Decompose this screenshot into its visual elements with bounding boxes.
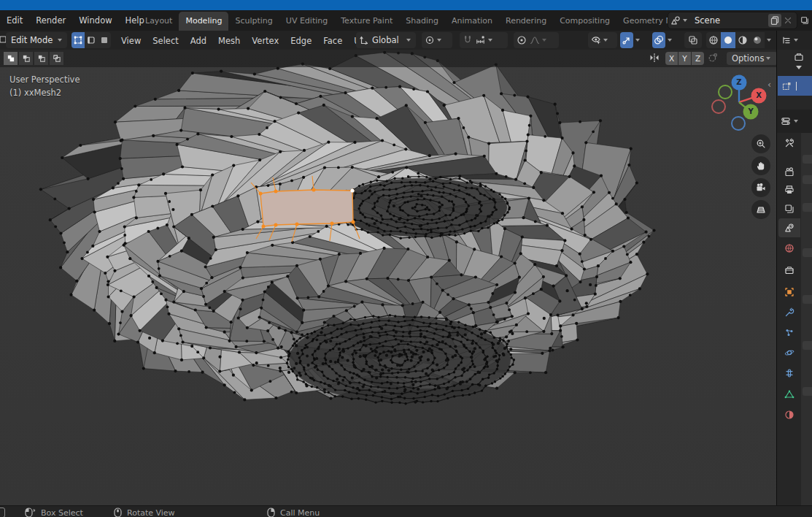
- chevron-down-icon: [58, 39, 62, 42]
- shading-wireframe-button[interactable]: [706, 32, 721, 48]
- viewport-menu-edge[interactable]: Edge: [285, 31, 317, 50]
- falloff-curve-icon[interactable]: [530, 35, 540, 45]
- navigation-gizmo[interactable]: ZXY: [703, 70, 776, 137]
- pan-hand-button[interactable]: [751, 156, 770, 175]
- scene-selector[interactable]: Scene: [668, 12, 797, 29]
- workspace-tab-animation[interactable]: Animation: [445, 12, 499, 31]
- particle-properties-tab[interactable]: [778, 323, 800, 342]
- scene-name[interactable]: Scene: [689, 15, 768, 26]
- shading-solid-button[interactable]: [721, 32, 735, 48]
- workspace-tab-rendering[interactable]: Rendering: [499, 12, 553, 31]
- modifier-properties-tab[interactable]: [778, 303, 800, 322]
- workspace-tab-shading[interactable]: Shading: [399, 12, 445, 31]
- filter-icon[interactable]: [781, 35, 792, 45]
- select-extend-button[interactable]: [19, 52, 33, 65]
- gizmos-toggle-icon[interactable]: [620, 32, 633, 48]
- viewport-3d[interactable]: XYZ Options User Perspective (1) xxMesh2…: [0, 50, 777, 505]
- show-object-types-dropdown[interactable]: [588, 32, 617, 48]
- disclosure-triangle-icon[interactable]: [796, 66, 802, 69]
- outliner[interactable]: [777, 50, 812, 110]
- view-layer-properties-tab[interactable]: [778, 199, 800, 218]
- statusbar-label: Box Select: [41, 508, 83, 517]
- select-invert-button[interactable]: [50, 52, 63, 65]
- collection-properties-tab[interactable]: [778, 261, 800, 280]
- xray-toggle[interactable]: [684, 32, 702, 48]
- editor-type-icon[interactable]: [0, 34, 6, 45]
- workspace-tab-sculpting[interactable]: Sculpting: [228, 12, 279, 31]
- chevron-down-icon: [542, 39, 546, 42]
- workspace-tab-modeling[interactable]: Modeling: [179, 12, 228, 31]
- overlays-toggle-icon[interactable]: [652, 32, 665, 48]
- workspace-tab-texture-paint[interactable]: Texture Paint: [334, 12, 399, 31]
- statusbar-rotate-view: Rotate View: [114, 508, 175, 517]
- panel-widget-fragment: [803, 248, 812, 257]
- panel-widget-fragment: [803, 341, 812, 350]
- properties-editor-icon[interactable]: [781, 116, 791, 126]
- close-icon[interactable]: [781, 14, 794, 27]
- tool-properties-tab[interactable]: [778, 134, 800, 153]
- window-titlebar[interactable]: [0, 0, 812, 10]
- render-properties-tab[interactable]: [778, 163, 800, 182]
- viewport-menu-vertex[interactable]: Vertex: [246, 31, 285, 50]
- physics-properties-tab[interactable]: [778, 343, 800, 362]
- select-mode-group: [71, 32, 111, 48]
- expand-panel-arrow[interactable]: ‹: [767, 79, 771, 90]
- mouse-left-drag-icon: [25, 508, 36, 517]
- object-properties-tab[interactable]: [778, 283, 800, 302]
- world-properties-tab[interactable]: [778, 239, 800, 258]
- statusbar-label: Rotate View: [127, 508, 175, 517]
- proportional-edit-icon[interactable]: [517, 35, 527, 45]
- mirror-axis-z-button[interactable]: Z: [692, 52, 704, 65]
- transform-orientation[interactable]: Global: [356, 32, 416, 48]
- ortho-grid-button[interactable]: [751, 200, 770, 219]
- svg-text:Y: Y: [747, 107, 754, 115]
- snap-group[interactable]: [460, 32, 508, 48]
- shading-rendered-button[interactable]: [750, 32, 765, 48]
- view-layer-icon[interactable]: [800, 15, 809, 26]
- viewport-menu-add[interactable]: Add: [185, 31, 212, 50]
- pivot-point-dropdown[interactable]: [422, 32, 452, 48]
- viewport-menu-view[interactable]: View: [115, 31, 147, 50]
- scene-properties-tab[interactable]: [778, 218, 800, 237]
- mesh-canvas[interactable]: [0, 50, 777, 505]
- vertex-select-button[interactable]: [71, 32, 85, 48]
- mode-selector[interactable]: Edit Mode: [6, 32, 67, 48]
- proportional-edit-group[interactable]: [514, 32, 559, 48]
- menu-window[interactable]: Window: [72, 10, 118, 31]
- svg-text:X: X: [756, 91, 762, 99]
- magnet-icon[interactable]: [463, 35, 473, 45]
- chevron-down-icon: [766, 57, 770, 60]
- mirror-axis-y-button[interactable]: Y: [678, 52, 691, 65]
- viewport-menu-select[interactable]: Select: [147, 31, 184, 50]
- menu-render[interactable]: Render: [29, 10, 72, 31]
- panel-widget-fragment: [803, 203, 812, 212]
- menu-edit[interactable]: Edit: [0, 10, 29, 31]
- shading-material-button[interactable]: [735, 32, 750, 48]
- viewport-menu-face[interactable]: Face: [317, 31, 348, 50]
- viewport-menu-mesh[interactable]: Mesh: [212, 31, 246, 50]
- snap-with-icon[interactable]: [476, 35, 486, 45]
- options-dropdown[interactable]: Options: [727, 52, 777, 65]
- show-object-types-icon: [591, 35, 601, 45]
- edge-select-button[interactable]: [85, 32, 98, 48]
- output-properties-tab[interactable]: [778, 180, 800, 199]
- face-select-button[interactable]: [98, 32, 111, 48]
- snap-base-icon[interactable]: [708, 53, 718, 63]
- duplicate-icon[interactable]: [768, 14, 781, 27]
- data-properties-tab[interactable]: [778, 385, 800, 404]
- workspace-tab-layout[interactable]: Layout: [139, 12, 179, 31]
- workspace-tab-uv-editing[interactable]: UV Editing: [279, 12, 334, 31]
- mirror-icon[interactable]: [649, 53, 660, 63]
- outliner-selected-row[interactable]: [778, 76, 812, 96]
- constraint-properties-tab[interactable]: [778, 364, 800, 383]
- select-set-button[interactable]: [4, 52, 18, 65]
- select-subtract-button[interactable]: [34, 52, 48, 65]
- zoom-button[interactable]: [751, 134, 770, 153]
- collection-icon[interactable]: [794, 52, 804, 62]
- chevron-down-icon: [437, 39, 441, 42]
- camera-view-button[interactable]: [751, 178, 770, 197]
- material-properties-tab[interactable]: [778, 405, 800, 424]
- chevron-down-icon: [683, 19, 687, 22]
- workspace-tab-compositing[interactable]: Compositing: [553, 12, 616, 31]
- mirror-axis-x-button[interactable]: X: [665, 52, 678, 65]
